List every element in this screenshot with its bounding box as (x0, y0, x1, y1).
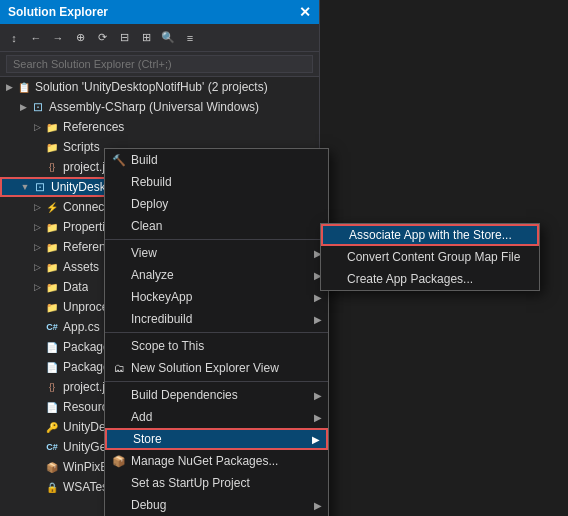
view-label: View (131, 246, 157, 260)
ref1-icon: 📁 (44, 119, 60, 135)
new-explorer-icon: 🗂 (111, 360, 127, 376)
menu-item-analyze[interactable]: Analyze ▶ (105, 264, 328, 286)
toolbar-refresh-btn[interactable]: ⟳ (92, 28, 112, 48)
separator-1 (105, 239, 328, 240)
toolbar-menu-btn[interactable]: ≡ (180, 28, 200, 48)
storekey-icon: 🔑 (44, 419, 60, 435)
startup-label: Set as StartUp Project (131, 476, 250, 490)
props-icon: 📁 (44, 219, 60, 235)
toolbar-back-btn[interactable]: ← (26, 28, 46, 48)
deploy-label: Deploy (131, 197, 168, 211)
menu-item-incredibuild[interactable]: Incredibuild ▶ (105, 308, 328, 330)
tree-item-solution[interactable]: ▶ 📋 Solution 'UnityDesktopNotifHub' (2 p… (0, 77, 319, 97)
separator-3 (105, 381, 328, 382)
analyze-label: Analyze (131, 268, 174, 282)
data-label: Data (63, 280, 88, 294)
nuget-icon: 📦 (111, 453, 127, 469)
tree-arrow-data: ▷ (30, 282, 44, 292)
store-arrow: ▶ (312, 434, 320, 445)
panel-title-bar: Solution Explorer ✕ (0, 0, 319, 24)
menu-item-build-deps[interactable]: Build Dependencies ▶ (105, 384, 328, 406)
store-label: Store (133, 432, 162, 446)
tree-arrow-props: ▷ (30, 222, 44, 232)
hockeyapp-submenu-arrow: ▶ (314, 292, 322, 303)
new-explorer-label: New Solution Explorer View (131, 361, 279, 375)
toolbar-forward-btn[interactable]: → (48, 28, 68, 48)
tree-item-assembly[interactable]: ▶ ⊡ Assembly-CSharp (Universal Windows) (0, 97, 319, 117)
ref1-label: References (63, 120, 124, 134)
app-packages-label: Create App Packages... (347, 272, 473, 286)
menu-item-view[interactable]: View ▶ (105, 242, 328, 264)
separator-2 (105, 332, 328, 333)
conn-icon: ⚡ (44, 199, 60, 215)
menu-item-add[interactable]: Add ▶ (105, 406, 328, 428)
add-arrow: ▶ (314, 412, 322, 423)
add-label: Add (131, 410, 152, 424)
winpix-icon: 📦 (44, 459, 60, 475)
build-label: Build (131, 153, 158, 167)
toolbar-settings-btn[interactable]: ⊞ (136, 28, 156, 48)
menu-item-clean[interactable]: Clean (105, 215, 328, 237)
menu-item-scope[interactable]: Scope to This (105, 335, 328, 357)
panel-close-icon[interactable]: ✕ (299, 4, 311, 20)
panel-toolbar: ↕ ← → ⊕ ⟳ ⊟ ⊞ 🔍 ≡ (0, 24, 319, 52)
menu-item-rebuild[interactable]: Rebuild (105, 171, 328, 193)
menu-item-deploy[interactable]: Deploy (105, 193, 328, 215)
incredibuild-submenu-arrow: ▶ (314, 314, 322, 325)
assembly-label: Assembly-CSharp (Universal Windows) (49, 100, 259, 114)
debug-arrow: ▶ (314, 500, 322, 511)
wsatest-icon: 🔒 (44, 479, 60, 495)
scripts-label: Scripts (63, 140, 100, 154)
search-bar (0, 52, 319, 77)
toolbar-new-btn[interactable]: ⊕ (70, 28, 90, 48)
menu-item-nuget[interactable]: 📦 Manage NuGet Packages... (105, 450, 328, 472)
menu-item-hockeyapp[interactable]: HockeyApp ▶ (105, 286, 328, 308)
unprocessed-icon: 📁 (44, 299, 60, 315)
search-input[interactable] (6, 55, 313, 73)
context-menu: 🔨 Build Rebuild Deploy Clean View ▶ Anal… (104, 148, 329, 516)
ref2-icon: 📁 (44, 239, 60, 255)
tree-arrow-unity: ▼ (18, 182, 32, 192)
tree-arrow-ref2: ▷ (30, 242, 44, 252)
unitygencs-icon: C# (44, 439, 60, 455)
appcs-label: App.cs (63, 320, 100, 334)
menu-item-startup[interactable]: Set as StartUp Project (105, 472, 328, 494)
appcs-icon: C# (44, 319, 60, 335)
storeassoc-icon: 📄 (44, 359, 60, 375)
hockeyapp-label: HockeyApp (131, 290, 192, 304)
assembly-icon: ⊡ (30, 99, 46, 115)
pj2-icon: {} (44, 379, 60, 395)
menu-item-content-group[interactable]: Convert Content Group Map File (321, 246, 539, 268)
panel-title: Solution Explorer (8, 5, 108, 19)
assets-label: Assets (63, 260, 99, 274)
unity-icon: ⊡ (32, 179, 48, 195)
menu-item-app-packages[interactable]: Create App Packages... (321, 268, 539, 290)
build-icon: 🔨 (111, 152, 127, 168)
res-icon: 📄 (44, 399, 60, 415)
menu-item-associate[interactable]: Associate App with the Store... (321, 224, 539, 246)
tree-item-references1[interactable]: ▷ 📁 References (0, 117, 319, 137)
menu-item-store[interactable]: Store ▶ (105, 428, 328, 450)
toolbar-sync-btn[interactable]: ↕ (4, 28, 24, 48)
debug-label: Debug (131, 498, 166, 512)
solution-icon: 📋 (16, 79, 32, 95)
scope-label: Scope to This (131, 339, 204, 353)
build-deps-label: Build Dependencies (131, 388, 238, 402)
toolbar-search-btn[interactable]: 🔍 (158, 28, 178, 48)
store-submenu: Associate App with the Store... Convert … (320, 223, 540, 291)
tree-arrow-ref1: ▷ (30, 122, 44, 132)
clean-label: Clean (131, 219, 162, 233)
associate-label: Associate App with the Store... (349, 228, 512, 242)
menu-item-debug[interactable]: Debug ▶ (105, 494, 328, 516)
toolbar-collapse-btn[interactable]: ⊟ (114, 28, 134, 48)
scripts-icon: 📁 (44, 139, 60, 155)
build-deps-arrow: ▶ (314, 390, 322, 401)
pj1-icon: {} (44, 159, 60, 175)
solution-label: Solution 'UnityDesktopNotifHub' (2 proje… (35, 80, 268, 94)
tree-arrow-assembly: ▶ (16, 102, 30, 112)
menu-item-build[interactable]: 🔨 Build (105, 149, 328, 171)
incredibuild-label: Incredibuild (131, 312, 192, 326)
appxm-icon: 📄 (44, 339, 60, 355)
menu-item-new-explorer[interactable]: 🗂 New Solution Explorer View (105, 357, 328, 379)
data-icon: 📁 (44, 279, 60, 295)
